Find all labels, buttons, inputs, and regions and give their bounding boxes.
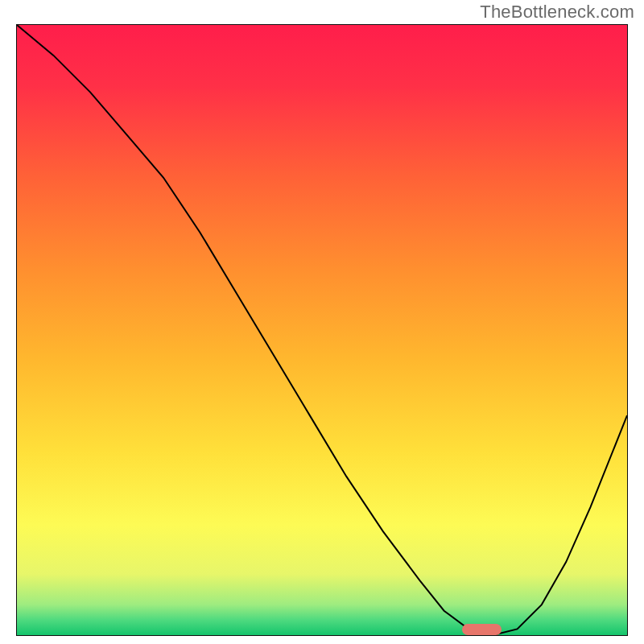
plot-frame xyxy=(16,24,628,636)
min-highlight-marker xyxy=(462,624,502,635)
chart-stage: TheBottleneck.com xyxy=(0,0,644,644)
watermark-text: TheBottleneck.com xyxy=(480,2,634,23)
bottleneck-curve xyxy=(17,25,627,635)
